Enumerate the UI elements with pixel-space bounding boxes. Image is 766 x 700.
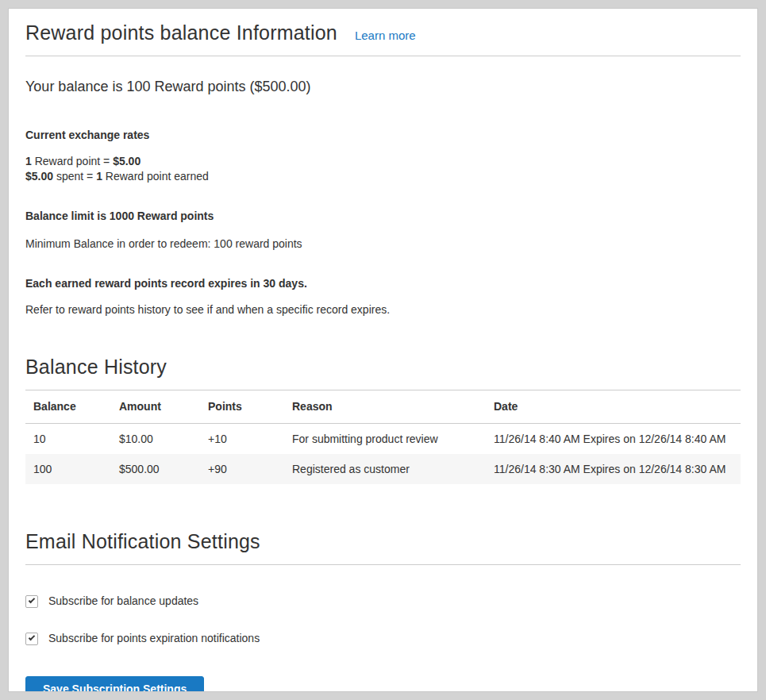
header-divider: [25, 56, 741, 56]
balance-updates-checkbox[interactable]: [25, 595, 38, 608]
cell-points: +10: [200, 424, 284, 455]
email-section-divider: [25, 564, 741, 565]
minimum-balance-text: Minimum Balance in order to redeem: 100 …: [25, 237, 741, 252]
exchange-rates-heading: Current exchange rates: [25, 128, 741, 143]
column-header-amount: Amount: [111, 390, 200, 424]
column-header-date: Date: [486, 390, 741, 424]
expiration-rule-text: Each earned reward points record expires…: [25, 276, 741, 291]
table-header-row: Balance Amount Points Reason Date: [25, 390, 741, 424]
column-header-points: Points: [200, 390, 284, 424]
checkmark-icon: [29, 597, 35, 603]
column-header-reason: Reason: [284, 390, 486, 424]
save-subscription-settings-button[interactable]: Save Subscription Settings: [25, 676, 204, 692]
expiration-notifications-checkbox[interactable]: [25, 633, 38, 645]
cell-date: 11/26/14 8:40 AM Expires on 12/26/14 8:4…: [486, 424, 741, 455]
expiration-note-text: Refer to reward points history to see if…: [25, 302, 741, 317]
exchange-rate-line-1: 1 Reward point = $5.00: [25, 154, 741, 169]
balance-history-heading: Balance History: [25, 354, 741, 380]
exchange-rates-lines: 1 Reward point = $5.00 $5.00 spent = 1 R…: [25, 154, 741, 184]
learn-more-link[interactable]: Learn more: [355, 29, 416, 42]
cell-amount: $10.00: [111, 424, 200, 455]
balance-history-table-body: 10 $10.00 +10 For submitting product rev…: [25, 424, 741, 485]
balance-summary: Your balance is 100 Reward points ($500.…: [25, 77, 741, 96]
email-notification-heading: Email Notification Settings: [25, 529, 741, 555]
subscribe-expiration-notifications-row[interactable]: Subscribe for points expiration notifica…: [25, 631, 741, 646]
cell-amount: $500.00: [111, 454, 200, 484]
page-title: Reward points balance Information: [25, 20, 337, 46]
subscribe-balance-updates-row[interactable]: Subscribe for balance updates: [25, 594, 741, 609]
balance-history-table-head: Balance Amount Points Reason Date: [25, 390, 741, 424]
balance-history-table: Balance Amount Points Reason Date 10 $10…: [25, 390, 741, 484]
cell-balance: 100: [25, 454, 111, 484]
cell-date: 11/26/14 8:30 AM Expires on 12/26/14 8:3…: [486, 454, 741, 484]
table-row: 100 $500.00 +90 Registered as customer 1…: [25, 454, 741, 484]
column-header-balance: Balance: [25, 390, 111, 424]
balance-updates-label[interactable]: Subscribe for balance updates: [48, 594, 198, 609]
page-header: Reward points balance Information Learn …: [25, 20, 741, 46]
reward-points-panel: Reward points balance Information Learn …: [8, 8, 758, 692]
checkmark-icon: [29, 634, 35, 640]
table-row: 10 $10.00 +10 For submitting product rev…: [25, 424, 741, 455]
cell-reason: Registered as customer: [284, 454, 486, 484]
cell-balance: 10: [25, 424, 111, 455]
cell-reason: For submitting product review: [284, 424, 486, 455]
balance-limit-text: Balance limit is 1000 Reward points: [25, 209, 741, 224]
cell-points: +90: [200, 454, 284, 484]
exchange-rate-line-2: $5.00 spent = 1 Reward point earned: [25, 169, 741, 184]
expiration-notifications-label[interactable]: Subscribe for points expiration notifica…: [48, 631, 260, 646]
